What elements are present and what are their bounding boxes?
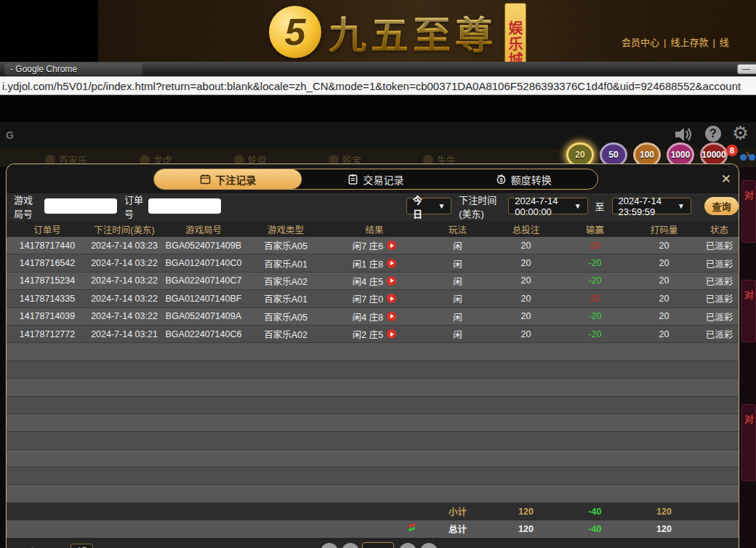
cell-time: 2024-7-14 03:23 [88, 237, 161, 254]
nav-link[interactable]: 线 [720, 37, 729, 48]
header-dark-region [0, 0, 98, 62]
speaker-icon[interactable] [673, 125, 692, 144]
nav-link[interactable]: 线上存款 [670, 37, 708, 48]
column-header: 玩法 [424, 221, 491, 237]
game-round-label: 游戏局号 [14, 193, 40, 220]
cell-type: 百家乐A05 [246, 237, 325, 254]
date-from-value: 2024-7-14 00:00:00 [515, 196, 568, 217]
logo-title: 九五至尊 [329, 5, 497, 60]
search-button[interactable]: 查询 [704, 197, 739, 215]
column-header: 下注时间(美东) [88, 221, 161, 237]
game-round-input[interactable] [44, 198, 117, 214]
page-number-box[interactable] [362, 542, 394, 548]
cell-bet: 20 [491, 326, 560, 342]
cell-time: 2024-7-14 03:22 [88, 273, 161, 289]
table-row: 141787165422024-7-14 03:22BGA012407140C0… [7, 254, 739, 272]
cell-bet: 20 [491, 254, 560, 271]
cell-round: BGA022407140C7 [161, 273, 246, 289]
cell-status: 已派彩 [699, 273, 739, 289]
cell-turnover: 20 [630, 290, 699, 307]
date-range-value: 今日 [413, 193, 425, 220]
total-row: 总计120-40120 [7, 520, 739, 538]
replay-play-button[interactable] [387, 259, 396, 268]
tab-quota-transfer[interactable]: $额度转换 [450, 169, 598, 189]
chevron-down-icon: ▼ [438, 202, 445, 210]
next-page-button[interactable]: › [399, 543, 417, 548]
sum-bet: 120 [491, 520, 560, 538]
url-bar[interactable]: i.ydjol.com/h5V01/pc/index.html?return=a… [0, 76, 756, 95]
sum-label: 小计 [424, 503, 491, 520]
cell-type: 百家乐A02 [246, 273, 325, 289]
help-icon[interactable]: ? [705, 126, 721, 142]
table-body: 141787174402024-7-14 03:23BGA0524071409B… [7, 237, 739, 503]
site-logo: 5 九五至尊 娱乐城 [269, 3, 526, 61]
tab-bet-records[interactable]: 下注记录 [154, 169, 302, 189]
cell-result: 闲2 庄5 [325, 326, 424, 342]
replay-play-button[interactable] [387, 329, 396, 339]
result-text: 闲7 庄0 [353, 291, 383, 305]
notification-badge: 8 [726, 145, 738, 156]
chips-next-arrow[interactable]: › [746, 148, 749, 161]
date-to-select[interactable]: 2024-7-14 23:59:59 ▼ [612, 198, 691, 214]
cell-order: 14178716542 [7, 254, 88, 271]
bet-records-modal: 下注记录交易记录$额度转换 ✕ 游戏局号 订单号 今日 ▼ 下注时间(美东) 2… [6, 164, 739, 548]
order-input[interactable] [148, 198, 221, 214]
cell-bet: 20 [491, 273, 560, 289]
sum-cell [699, 503, 739, 520]
cell-result: 闲4 庄5 [325, 273, 424, 289]
sum-cell [325, 503, 424, 520]
cell-status: 已派彩 [699, 254, 739, 271]
date-range-select[interactable]: 今日 ▼ [406, 198, 451, 214]
cell-result: 闲1 庄8 [325, 254, 424, 271]
empty-row [7, 450, 739, 467]
sum-cell [7, 503, 88, 520]
cell-play: 闲 [424, 290, 491, 307]
cell-round: BGA0524071409B [161, 237, 246, 254]
date-to-value: 2024-7-14 23:59:59 [619, 196, 672, 217]
cell-order: 14178717440 [7, 237, 88, 254]
nav-separator: | [712, 37, 715, 48]
cell-round: BGA0524071409A [161, 308, 246, 325]
sum-winloss: -40 [560, 503, 630, 520]
prev-page-button[interactable]: ‹ [342, 543, 359, 548]
chevron-down-icon: ▼ [677, 202, 685, 210]
table-header-row: 订单号下注时间(美东)游戏局号游戏类型结果玩法总投注输赢打码量状态 [7, 221, 739, 237]
sum-cell [88, 503, 161, 520]
cell-bet: 20 [491, 237, 560, 254]
last-page-button[interactable]: » [420, 543, 438, 548]
table-row: 141787174402024-7-14 03:23BGA0524071409B… [7, 237, 739, 254]
pagination-footer: 每页显示 15 « ‹ › » [7, 539, 739, 548]
cell-order: 14178715234 [7, 273, 88, 289]
cell-result: 闲7 庄0 [325, 290, 424, 307]
empty-row [7, 414, 739, 432]
bg-pair-label: 对 [744, 287, 754, 301]
sum-cell [161, 520, 246, 538]
swap-refresh-icon[interactable] [408, 524, 419, 534]
date-from-select[interactable]: 2024-7-14 00:00:00 ▼ [508, 198, 587, 214]
cell-status: 已派彩 [699, 308, 739, 325]
sum-cell [161, 503, 246, 520]
replay-play-button[interactable] [387, 241, 396, 250]
cell-winloss: -20 [560, 308, 630, 325]
subtotal-row: 小计120-40120 [7, 503, 739, 520]
tab-label: 下注记录 [215, 172, 256, 187]
replay-play-button[interactable] [387, 294, 396, 303]
indicator-dot [749, 154, 755, 161]
filter-row: 游戏局号 订单号 今日 ▼ 下注时间(美东) 2024-7-14 00:00:0… [7, 193, 739, 219]
gear-icon[interactable]: ⚙ [732, 124, 749, 142]
tab-transaction-records[interactable]: 交易记录 [302, 169, 449, 189]
empty-row [7, 467, 739, 485]
nav-link[interactable]: 会员中心 [622, 37, 659, 48]
empty-row [7, 485, 739, 502]
cell-status: 已派彩 [699, 237, 739, 254]
per-page-select[interactable]: 15 [71, 544, 93, 548]
replay-play-button[interactable] [387, 276, 396, 286]
sum-cell [88, 520, 161, 538]
first-page-button[interactable]: « [321, 543, 338, 548]
minimize-button[interactable]: — [737, 64, 756, 74]
replay-play-button[interactable] [387, 312, 396, 321]
cell-turnover: 20 [630, 326, 699, 342]
game-top-strip [0, 95, 756, 122]
sum-cell [246, 503, 325, 520]
close-icon[interactable]: ✕ [721, 172, 731, 187]
